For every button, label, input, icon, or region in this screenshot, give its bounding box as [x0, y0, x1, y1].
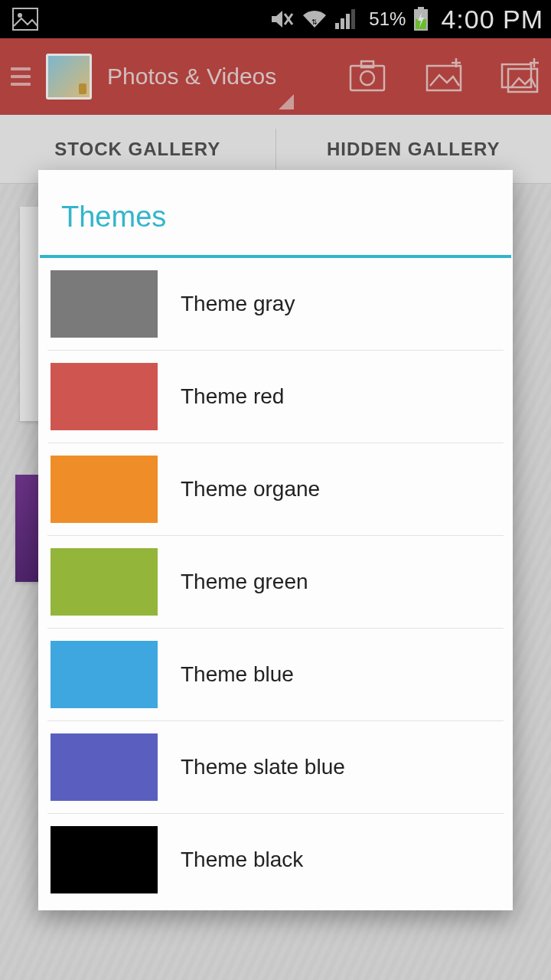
theme-option-red[interactable]: Theme red: [47, 351, 504, 443]
theme-swatch: [51, 456, 158, 523]
theme-option-orange[interactable]: Theme organe: [47, 443, 504, 536]
theme-option-green[interactable]: Theme green: [47, 536, 504, 629]
theme-swatch: [51, 548, 158, 616]
theme-option-slate-blue[interactable]: Theme slate blue: [47, 721, 504, 814]
theme-swatch: [51, 363, 158, 430]
theme-swatch: [51, 826, 158, 893]
theme-label: Theme slate blue: [181, 755, 345, 779]
themes-dialog: Themes Theme gray Theme red Theme organe…: [38, 170, 513, 910]
theme-label: Theme organe: [181, 477, 320, 501]
theme-label: Theme blue: [181, 662, 294, 687]
theme-label: Theme red: [181, 384, 284, 409]
theme-option-blue[interactable]: Theme blue: [47, 629, 504, 721]
theme-swatch: [51, 641, 158, 708]
theme-label: Theme black: [181, 848, 303, 872]
theme-label: Theme gray: [181, 292, 295, 316]
theme-option-gray[interactable]: Theme gray: [47, 258, 504, 351]
theme-option-black[interactable]: Theme black: [47, 814, 504, 906]
theme-swatch: [51, 270, 158, 338]
theme-swatch: [51, 733, 158, 801]
theme-list: Theme gray Theme red Theme organe Theme …: [38, 258, 513, 906]
dialog-title: Themes: [38, 170, 513, 255]
theme-label: Theme green: [181, 570, 308, 594]
